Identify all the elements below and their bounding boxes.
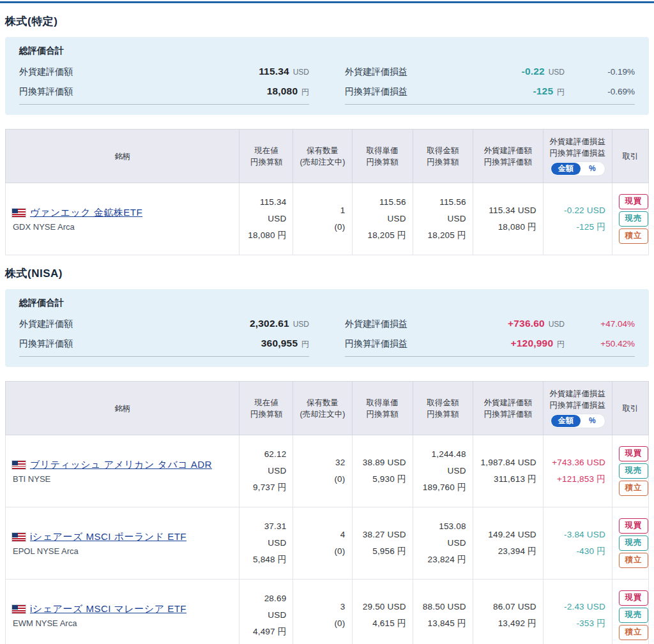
summary-pl-value: -0.22 USD: [522, 62, 565, 82]
valuation-cell: 86.07 USD13,492 円: [473, 580, 543, 644]
quantity-cell: 3(0): [293, 580, 352, 644]
summary-value-number: 360,955: [261, 338, 298, 348]
summary-label: 外貨建評価損益: [345, 62, 522, 81]
valuation-cell: 149.24 USD23,394 円: [473, 507, 543, 580]
summary-value-number: 115.34: [259, 66, 289, 77]
unit-cost-usd: 115.56 USD: [359, 194, 406, 227]
stock-name-link[interactable]: iシェアーズ MSCI ポーランド ETF: [30, 531, 186, 543]
unit-cost-jpy: 4,615 円: [359, 615, 406, 632]
current-price-jpy: 4,497 円: [246, 624, 286, 640]
valuation-usd: 86.07 USD: [480, 599, 536, 615]
summary-row-yen-pl: 円換算評価損益 -125 円 -0.69%: [345, 82, 635, 101]
col-header-quantity: 保有数量(売却注文中): [293, 130, 352, 183]
summary-value: 2,302.61 USD: [250, 314, 309, 334]
summary-row-yen-value: 円換算評価額 18,080 円: [19, 82, 309, 101]
col-header-line: 円換算額: [242, 408, 290, 420]
stock-name-link[interactable]: iシェアーズ MSCI マレーシア ETF: [30, 603, 186, 615]
summary-title: 総評価合計: [19, 45, 635, 57]
col-header-quantity: 保有数量(売却注文中): [293, 382, 352, 435]
col-header-pl: 外貨建評価損益 円換算評価損益 金額 %: [543, 382, 612, 435]
summary-pl-value: +120,990 円: [511, 334, 565, 354]
col-header-name: 銘柄: [6, 130, 240, 183]
sell-button[interactable]: 現売: [619, 535, 648, 551]
summary-label: 円換算評価損益: [345, 82, 533, 101]
stock-ticker: BTI NYSE: [13, 474, 232, 484]
summary-values-column: 外貨建評価額 115.34 USD 円換算評価額 18,080 円: [19, 62, 309, 105]
cost-amount-jpy: 189,760 円: [420, 479, 466, 496]
cost-amount-usd: 1,244.48 USD: [420, 446, 466, 479]
unit-cost-jpy: 5,930 円: [359, 471, 406, 488]
col-header-line: 円換算額: [242, 156, 290, 168]
summary-value: 360,955 円: [261, 334, 309, 354]
quantity-held: 4: [300, 527, 345, 543]
table-header-row: 銘柄 現在値円換算額 保有数量(売却注文中) 取得単価円換算額 取得金額円換算額…: [6, 130, 649, 183]
col-header-line: 取得単価: [355, 397, 410, 408]
sell-button[interactable]: 現売: [619, 211, 648, 227]
tsumitate-button[interactable]: 積立: [619, 481, 648, 496]
toggle-percent-option[interactable]: %: [581, 163, 604, 175]
pl-cell: -3.84 USD-430 円: [543, 507, 612, 580]
cost-amount-cell: 153.08 USD23,824 円: [413, 507, 473, 580]
stock-cell: iシェアーズ MSCI ポーランド ETF EPOL NYSE Arca: [6, 507, 240, 580]
buy-button[interactable]: 現買: [619, 590, 648, 606]
pl-cell: +743.36 USD+121,853 円: [543, 435, 612, 507]
flag-canton: [12, 605, 18, 610]
current-price-jpy: 9,737 円: [246, 479, 286, 496]
pl-usd: -3.84 USD: [550, 527, 605, 543]
summary-pl-percent: +50.42%: [565, 334, 635, 354]
stock-name-link[interactable]: ヴァンエック 金鉱株ETF: [30, 207, 142, 219]
buy-button[interactable]: 現買: [619, 446, 648, 461]
current-price-usd: 37.31 USD: [246, 518, 286, 551]
summary-pl-unit: USD: [549, 68, 565, 77]
col-header-pl: 外貨建評価損益 円換算評価損益 金額 %: [543, 130, 612, 183]
toggle-amount-option[interactable]: 金額: [551, 163, 581, 175]
summary-pl-column: 外貨建評価損益 +736.60 USD +47.04% 円換算評価損益 +120…: [345, 314, 635, 357]
stock-cell: iシェアーズ MSCI マレーシア ETF EWM NYSE Arca: [6, 580, 240, 644]
summary-pl-number: +736.60: [508, 318, 545, 329]
col-header-unit-cost: 取得単価円換算額: [352, 382, 413, 435]
buy-button[interactable]: 現買: [619, 194, 648, 209]
sell-button[interactable]: 現売: [619, 608, 648, 623]
col-header-line: 円換算額: [416, 156, 470, 168]
cost-amount-jpy: 23,824 円: [420, 551, 466, 568]
col-header-trade: 取引: [612, 382, 648, 435]
toggle-percent-option[interactable]: %: [581, 415, 604, 427]
summary-pl-percent: -0.69%: [565, 82, 635, 101]
stock-name-line: iシェアーズ MSCI ポーランド ETF: [12, 531, 232, 543]
valuation-jpy: 18,080 円: [480, 219, 536, 236]
summary-label: 外貨建評価額: [19, 62, 259, 81]
toggle-amount-option[interactable]: 金額: [551, 415, 581, 427]
summary-row-yen-value: 円換算評価額 360,955 円: [19, 334, 309, 354]
col-header-line: 円換算評価損益: [546, 147, 609, 159]
summary-pl-number: -125: [533, 86, 553, 96]
tsumitate-button[interactable]: 積立: [619, 625, 648, 640]
col-header-line: 取得金額: [416, 397, 470, 408]
buy-button[interactable]: 現買: [619, 518, 648, 534]
sell-button[interactable]: 現売: [619, 463, 648, 479]
stock-name-link[interactable]: ブリティッシュ アメリカン タバコ ADR: [30, 459, 212, 471]
unit-cost-cell: 38.89 USD5,930 円: [352, 435, 413, 507]
trade-cell: 現買 現売 積立: [612, 435, 648, 507]
stock-ticker: EPOL NYSE Arca: [13, 546, 232, 556]
col-header-line: 外貨建評価損益: [546, 136, 609, 147]
tsumitate-button[interactable]: 積立: [619, 228, 648, 244]
valuation-usd: 115.34 USD: [480, 202, 536, 219]
summary-pl-number: -0.22: [522, 66, 545, 77]
summary-pl-percent: -0.19%: [565, 63, 635, 82]
col-header-name: 銘柄: [6, 382, 240, 435]
summary-label: 円換算評価額: [19, 334, 261, 353]
trade-cell: 現買 現売 積立: [612, 507, 648, 580]
col-header-line: 円換算評価額: [476, 408, 540, 420]
summary-box-nisa: 総評価合計 外貨建評価額 2,302.61 USD 円換算評価額 360,955…: [5, 289, 649, 367]
summary-pl-percent: +47.04%: [565, 315, 635, 334]
cost-amount-usd: 153.08 USD: [420, 518, 466, 551]
col-header-line: 外貨建評価損益: [546, 388, 609, 400]
summary-box-tokutei: 総評価合計 外貨建評価額 115.34 USD 円換算評価額 18,080 円 …: [5, 37, 649, 115]
tsumitate-button[interactable]: 積立: [619, 553, 648, 568]
stock-ticker: GDX NYSE Arca: [13, 222, 232, 232]
col-header-line: 円換算額: [355, 156, 410, 168]
summary-label: 外貨建評価損益: [345, 314, 508, 333]
quantity-held: 3: [300, 599, 345, 615]
holdings-table-tokutei: 銘柄 現在値円換算額 保有数量(売却注文中) 取得単価円換算額 取得金額円換算額…: [5, 129, 649, 255]
stock-name-line: iシェアーズ MSCI マレーシア ETF: [12, 603, 232, 615]
